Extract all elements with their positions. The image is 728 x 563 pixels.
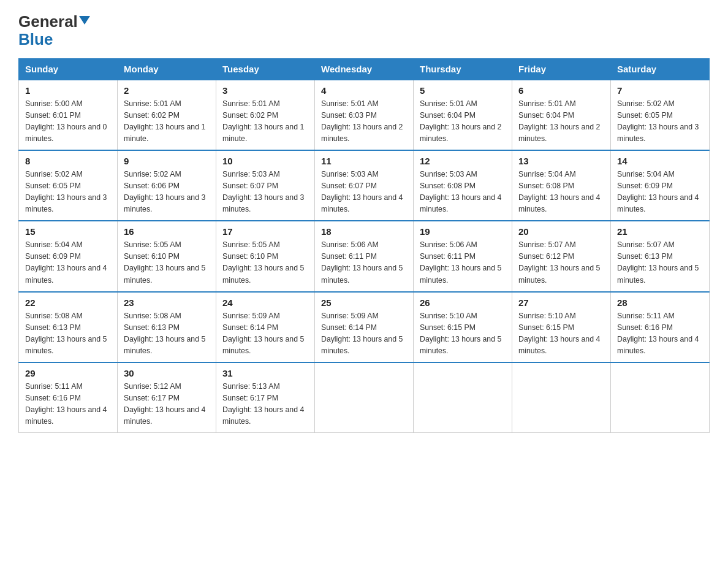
day-info: Sunrise: 5:04 AMSunset: 6:08 PMDaylight:… <box>518 169 604 215</box>
day-number: 22 <box>25 297 111 308</box>
day-number: 14 <box>617 156 703 166</box>
day-info: Sunrise: 5:12 AMSunset: 6:17 PMDaylight:… <box>124 381 210 427</box>
logo-general-text: General <box>18 12 78 31</box>
calendar-cell: 24 Sunrise: 5:09 AMSunset: 6:14 PMDaylig… <box>216 292 315 362</box>
day-info: Sunrise: 5:06 AMSunset: 6:11 PMDaylight:… <box>321 239 407 286</box>
calendar-cell: 15 Sunrise: 5:04 AMSunset: 6:09 PMDaylig… <box>19 221 118 291</box>
day-info: Sunrise: 5:09 AMSunset: 6:14 PMDaylight:… <box>321 310 407 357</box>
calendar-cell: 21 Sunrise: 5:07 AMSunset: 6:13 PMDaylig… <box>611 221 710 291</box>
day-info: Sunrise: 5:01 AMSunset: 6:02 PMDaylight:… <box>222 98 308 145</box>
calendar-cell: 6 Sunrise: 5:01 AMSunset: 6:04 PMDayligh… <box>512 80 611 150</box>
day-header-tuesday: Tuesday <box>216 59 315 80</box>
day-info: Sunrise: 5:08 AMSunset: 6:13 PMDaylight:… <box>25 310 111 357</box>
calendar-cell: 4 Sunrise: 5:01 AMSunset: 6:03 PMDayligh… <box>315 80 414 150</box>
day-number: 10 <box>222 156 308 166</box>
day-info: Sunrise: 5:02 AMSunset: 6:06 PMDaylight:… <box>124 169 210 215</box>
logo-triangle-icon <box>79 16 90 25</box>
day-number: 5 <box>420 85 506 96</box>
day-info: Sunrise: 5:01 AMSunset: 6:04 PMDaylight:… <box>420 98 506 145</box>
day-number: 12 <box>420 156 506 166</box>
day-number: 24 <box>222 297 308 308</box>
day-number: 31 <box>222 368 308 378</box>
calendar-cell: 22 Sunrise: 5:08 AMSunset: 6:13 PMDaylig… <box>19 292 118 362</box>
calendar-cell: 19 Sunrise: 5:06 AMSunset: 6:11 PMDaylig… <box>414 221 512 291</box>
day-info: Sunrise: 5:05 AMSunset: 6:10 PMDaylight:… <box>124 239 210 286</box>
calendar-cell: 28 Sunrise: 5:11 AMSunset: 6:16 PMDaylig… <box>611 292 710 362</box>
calendar-cell <box>611 362 710 433</box>
calendar-cell: 26 Sunrise: 5:10 AMSunset: 6:15 PMDaylig… <box>414 292 512 362</box>
calendar-cell: 23 Sunrise: 5:08 AMSunset: 6:13 PMDaylig… <box>118 292 216 362</box>
day-number: 23 <box>124 297 210 308</box>
calendar-week-row: 1 Sunrise: 5:00 AMSunset: 6:01 PMDayligh… <box>19 80 710 150</box>
calendar-week-row: 22 Sunrise: 5:08 AMSunset: 6:13 PMDaylig… <box>19 292 710 362</box>
day-number: 27 <box>518 297 604 308</box>
day-number: 6 <box>518 85 604 96</box>
calendar-cell: 20 Sunrise: 5:07 AMSunset: 6:12 PMDaylig… <box>512 221 611 291</box>
day-info: Sunrise: 5:01 AMSunset: 6:02 PMDaylight:… <box>124 98 210 145</box>
day-info: Sunrise: 5:10 AMSunset: 6:15 PMDaylight:… <box>420 310 506 357</box>
calendar-cell: 14 Sunrise: 5:04 AMSunset: 6:09 PMDaylig… <box>611 150 710 221</box>
day-info: Sunrise: 5:11 AMSunset: 6:16 PMDaylight:… <box>617 310 703 357</box>
calendar-cell: 30 Sunrise: 5:12 AMSunset: 6:17 PMDaylig… <box>118 362 216 433</box>
day-number: 9 <box>124 156 210 166</box>
day-info: Sunrise: 5:01 AMSunset: 6:03 PMDaylight:… <box>321 98 407 145</box>
day-info: Sunrise: 5:07 AMSunset: 6:13 PMDaylight:… <box>617 239 703 286</box>
calendar-cell: 12 Sunrise: 5:03 AMSunset: 6:08 PMDaylig… <box>414 150 512 221</box>
day-info: Sunrise: 5:02 AMSunset: 6:05 PMDaylight:… <box>617 98 703 145</box>
day-info: Sunrise: 5:03 AMSunset: 6:07 PMDaylight:… <box>321 169 407 215</box>
calendar-cell: 3 Sunrise: 5:01 AMSunset: 6:02 PMDayligh… <box>216 80 315 150</box>
calendar-header-row: SundayMondayTuesdayWednesdayThursdayFrid… <box>19 59 710 80</box>
calendar-week-row: 8 Sunrise: 5:02 AMSunset: 6:05 PMDayligh… <box>19 150 710 221</box>
calendar-cell <box>414 362 512 433</box>
day-number: 1 <box>25 85 111 96</box>
calendar-cell: 9 Sunrise: 5:02 AMSunset: 6:06 PMDayligh… <box>118 150 216 221</box>
day-number: 25 <box>321 297 407 308</box>
day-header-saturday: Saturday <box>611 59 710 80</box>
day-info: Sunrise: 5:04 AMSunset: 6:09 PMDaylight:… <box>617 169 703 215</box>
calendar-cell: 17 Sunrise: 5:05 AMSunset: 6:10 PMDaylig… <box>216 221 315 291</box>
day-info: Sunrise: 5:07 AMSunset: 6:12 PMDaylight:… <box>518 239 604 286</box>
day-info: Sunrise: 5:00 AMSunset: 6:01 PMDaylight:… <box>25 98 111 145</box>
calendar-cell: 27 Sunrise: 5:10 AMSunset: 6:15 PMDaylig… <box>512 292 611 362</box>
logo: General Blue <box>18 12 90 47</box>
day-info: Sunrise: 5:04 AMSunset: 6:09 PMDaylight:… <box>25 239 111 286</box>
day-header-sunday: Sunday <box>19 59 118 80</box>
day-number: 16 <box>124 226 210 237</box>
day-number: 11 <box>321 156 407 166</box>
day-number: 7 <box>617 85 703 96</box>
calendar-cell: 5 Sunrise: 5:01 AMSunset: 6:04 PMDayligh… <box>414 80 512 150</box>
calendar-cell: 29 Sunrise: 5:11 AMSunset: 6:16 PMDaylig… <box>19 362 118 433</box>
day-header-thursday: Thursday <box>414 59 512 80</box>
day-info: Sunrise: 5:13 AMSunset: 6:17 PMDaylight:… <box>222 381 308 427</box>
day-number: 4 <box>321 85 407 96</box>
page-header: General Blue <box>18 12 710 47</box>
day-header-wednesday: Wednesday <box>315 59 414 80</box>
calendar-cell <box>512 362 611 433</box>
day-number: 29 <box>25 368 111 378</box>
day-number: 19 <box>420 226 506 237</box>
calendar-cell: 13 Sunrise: 5:04 AMSunset: 6:08 PMDaylig… <box>512 150 611 221</box>
calendar-cell: 1 Sunrise: 5:00 AMSunset: 6:01 PMDayligh… <box>19 80 118 150</box>
day-number: 15 <box>25 226 111 237</box>
day-info: Sunrise: 5:11 AMSunset: 6:16 PMDaylight:… <box>25 381 111 427</box>
calendar-table: SundayMondayTuesdayWednesdayThursdayFrid… <box>18 58 710 433</box>
day-info: Sunrise: 5:05 AMSunset: 6:10 PMDaylight:… <box>222 239 308 286</box>
day-number: 18 <box>321 226 407 237</box>
calendar-cell: 18 Sunrise: 5:06 AMSunset: 6:11 PMDaylig… <box>315 221 414 291</box>
logo-blue-text: Blue <box>18 31 53 47</box>
day-number: 13 <box>518 156 604 166</box>
calendar-cell: 8 Sunrise: 5:02 AMSunset: 6:05 PMDayligh… <box>19 150 118 221</box>
day-info: Sunrise: 5:03 AMSunset: 6:08 PMDaylight:… <box>420 169 506 215</box>
day-header-friday: Friday <box>512 59 611 80</box>
day-number: 3 <box>222 85 308 96</box>
day-info: Sunrise: 5:08 AMSunset: 6:13 PMDaylight:… <box>124 310 210 357</box>
calendar-cell: 11 Sunrise: 5:03 AMSunset: 6:07 PMDaylig… <box>315 150 414 221</box>
day-number: 2 <box>124 85 210 96</box>
day-number: 8 <box>25 156 111 166</box>
calendar-cell: 10 Sunrise: 5:03 AMSunset: 6:07 PMDaylig… <box>216 150 315 221</box>
day-info: Sunrise: 5:01 AMSunset: 6:04 PMDaylight:… <box>518 98 604 145</box>
day-header-monday: Monday <box>118 59 216 80</box>
calendar-cell: 25 Sunrise: 5:09 AMSunset: 6:14 PMDaylig… <box>315 292 414 362</box>
calendar-week-row: 29 Sunrise: 5:11 AMSunset: 6:16 PMDaylig… <box>19 362 710 433</box>
day-number: 17 <box>222 226 308 237</box>
